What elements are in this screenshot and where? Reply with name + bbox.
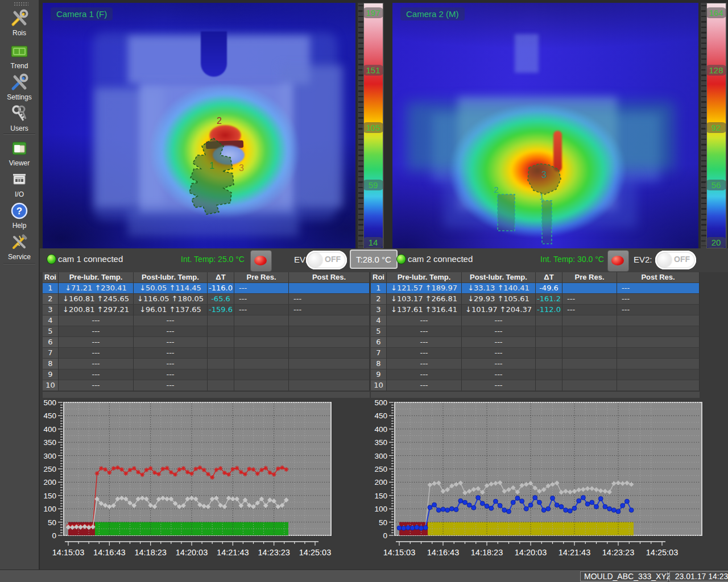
roi-number-cell: 5 xyxy=(43,326,59,337)
roi-number-cell: 10 xyxy=(371,380,387,391)
scale-label: 128 xyxy=(705,65,727,76)
x-axis-tick-label: 14:23:23 xyxy=(258,548,289,557)
table-cell: ↓103.17 ↑266.81 xyxy=(387,294,462,305)
table-row[interactable]: 2↓160.81 ↑245.65↓116.05 ↑180.05-65.6----… xyxy=(43,294,370,305)
camera2-thermal-view[interactable]: 3 2 1 Camera 2 (M) xyxy=(392,3,698,248)
camera1-thermal-view[interactable]: 1 2 3 Camera 1 (F) xyxy=(43,3,355,248)
table-cell: --- xyxy=(462,369,536,380)
table-cell: ↓33.13 ↑140.41 xyxy=(462,283,536,294)
trend-icon xyxy=(0,41,39,61)
column-header[interactable]: Pre-lubr. Temp. xyxy=(387,272,462,283)
camera2-connection-led xyxy=(396,254,406,264)
camera1-target-temp-box[interactable]: T:28.0 °C xyxy=(350,250,398,269)
table-row[interactable]: 1↓71.21 ↑230.41↓50.05 ↑114.45-116.0--- xyxy=(43,283,370,294)
x-axis-tick-label: 14:18:23 xyxy=(134,548,166,557)
y-axis-tick-label: 50 xyxy=(48,518,56,527)
scale-label: 164 xyxy=(705,7,727,18)
users-icon xyxy=(0,103,39,124)
sidebar-grip[interactable] xyxy=(14,2,28,6)
table-footer xyxy=(43,391,370,398)
table-cell: --- xyxy=(134,326,208,337)
ev2-toggle[interactable]: OFF xyxy=(655,251,696,269)
table-row[interactable]: 2↓103.17 ↑266.81↓29.93 ↑105.61-161.2----… xyxy=(371,294,700,305)
table-row[interactable]: 10------ xyxy=(371,380,700,391)
table-cell xyxy=(289,348,370,359)
camera1-trend-chart: 05010015020025030035040045050014:15:0314… xyxy=(43,398,339,564)
x-axis-tick-label: 14:25:03 xyxy=(299,548,331,557)
sidebar-item-viewer[interactable]: Viewer xyxy=(0,138,39,167)
camera2-record-button[interactable] xyxy=(607,250,629,272)
io-icon xyxy=(0,169,39,190)
table-row[interactable]: 6------ xyxy=(371,337,700,348)
table-row[interactable]: 8------ xyxy=(371,359,700,369)
column-header[interactable]: Roi xyxy=(43,272,59,283)
y-axis-tick-label: 0 xyxy=(52,531,56,540)
column-header[interactable]: Pre Res. xyxy=(234,272,289,283)
table-row[interactable]: 4------ xyxy=(43,315,370,326)
table-row[interactable]: 8------ xyxy=(43,359,370,369)
table-cell: --- xyxy=(562,294,617,305)
table-row[interactable]: 7------ xyxy=(43,348,370,359)
sidebar-item-settings[interactable]: Settings xyxy=(0,72,39,101)
roi-number-cell: 4 xyxy=(43,315,59,326)
camera2-internal-temp: Int. Temp: 30.0 °C xyxy=(540,255,604,264)
sidebar-item-users[interactable]: Users xyxy=(0,103,39,132)
camera1-roi-table: RoiPre-lubr. Temp.Post-lubr. Temp.ΔTPre … xyxy=(43,272,370,398)
table-cell xyxy=(208,369,234,380)
camera1-record-button[interactable] xyxy=(250,250,272,272)
sidebar-item-rois[interactable]: Rois xyxy=(0,8,39,37)
y-axis-tick-label: 500 xyxy=(374,398,387,407)
roi-number-cell: 7 xyxy=(43,348,59,359)
table-row[interactable]: 3↓137.61 ↑316.41↓101.97 ↑204.37-112.0---… xyxy=(371,305,700,315)
y-axis-tick-label: 100 xyxy=(374,505,387,513)
table-row[interactable]: 10------ xyxy=(43,380,370,391)
table-cell xyxy=(536,369,562,380)
table-cell: --- xyxy=(617,294,700,305)
y-axis-tick-label: 50 xyxy=(379,518,387,527)
table-row[interactable]: 3↓200.81 ↑297.21↓96.01 ↑137.65-159.6----… xyxy=(43,305,370,315)
table-cell xyxy=(562,348,617,359)
roi-number-cell: 1 xyxy=(43,283,59,294)
table-row[interactable]: 9------ xyxy=(371,369,700,380)
sidebar-item-trend[interactable]: Trend xyxy=(0,41,39,70)
sidebar-item-help[interactable]: ?Help xyxy=(0,201,39,230)
sidebar-item-label: Rois xyxy=(0,29,39,37)
table-cell xyxy=(562,283,617,294)
table-cell: --- xyxy=(234,294,289,305)
scale-label: 197 xyxy=(362,7,384,18)
table-row[interactable]: 9------ xyxy=(43,369,370,380)
table-row[interactable]: 5------ xyxy=(43,326,370,337)
roi-number-cell: 3 xyxy=(371,305,387,315)
column-header[interactable]: Post-lubr. Temp. xyxy=(462,272,536,283)
table-row[interactable]: 1↓121.57 ↑189.97↓33.13 ↑140.41-49.6--- xyxy=(371,283,700,294)
table-cell: --- xyxy=(289,305,370,315)
roi-number-cell: 10 xyxy=(43,380,59,391)
table-cell: --- xyxy=(289,294,370,305)
sidebar-item-label: Service xyxy=(0,253,39,261)
table-row[interactable]: 6------ xyxy=(43,337,370,348)
table-row[interactable]: 7------ xyxy=(371,348,700,359)
sidebar-item-label: Settings xyxy=(0,93,39,101)
table-cell xyxy=(617,380,700,391)
column-header[interactable]: Post Res. xyxy=(617,272,700,283)
camera1-title: Camera 1 (F) xyxy=(51,7,113,20)
column-header[interactable]: Roi xyxy=(371,272,387,283)
table-cell xyxy=(289,369,370,380)
x-axis-tick-label: 14:16:43 xyxy=(427,548,459,557)
table-cell: --- xyxy=(134,315,208,326)
column-header[interactable]: Post Res. xyxy=(289,272,370,283)
column-header[interactable]: Post-lubr. Temp. xyxy=(134,272,208,283)
table-cell: ↓101.97 ↑204.37 xyxy=(462,305,536,315)
column-header[interactable]: Pre Res. xyxy=(562,272,617,283)
sidebar-item-service[interactable]: Service xyxy=(0,232,39,261)
table-row[interactable]: 4------ xyxy=(371,315,700,326)
column-header[interactable]: ΔT xyxy=(536,272,562,283)
y-axis-tick-label: 200 xyxy=(374,478,387,487)
table-row[interactable]: 5------ xyxy=(371,326,700,337)
ev1-toggle[interactable]: OFF xyxy=(306,251,347,269)
column-header[interactable]: ΔT xyxy=(208,272,234,283)
sidebar-item-io[interactable]: I/O xyxy=(0,169,39,198)
roi-number-cell: 2 xyxy=(371,294,387,305)
roi2-region xyxy=(498,194,515,231)
column-header[interactable]: Pre-lubr. Temp. xyxy=(59,272,134,283)
